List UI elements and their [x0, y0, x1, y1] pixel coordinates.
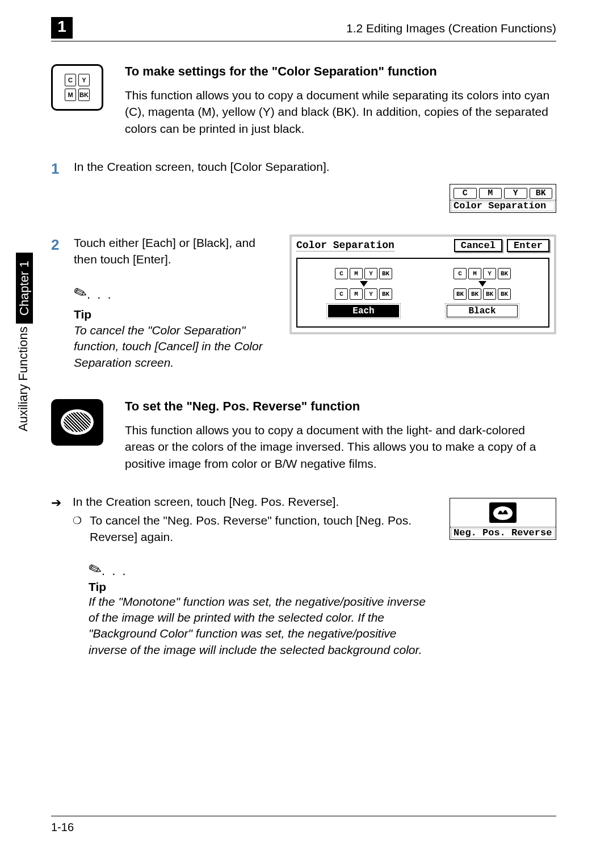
arrow-right-icon: ➔ [51, 493, 64, 512]
icon-cell-m: M [65, 89, 76, 101]
panel-cell: M [350, 268, 363, 279]
down-arrow-icon [360, 281, 368, 287]
panel-title: Color Separation [296, 240, 394, 251]
side-chapter-label: Chapter 1 [16, 253, 33, 324]
icon-cell-bk: BK [78, 89, 90, 101]
circle-bullet-icon: ❍ [73, 512, 82, 528]
illus-label: Color Separation [450, 200, 556, 212]
page-number: 1-16 [51, 821, 74, 833]
chapter-number-tab: 1 [51, 17, 73, 39]
panel-cell: C [454, 268, 467, 279]
page-footer: 1-16 [51, 816, 556, 834]
tip-heading: Tip [89, 580, 438, 594]
icon-cell-y: Y [78, 74, 90, 86]
step-number: 2 [51, 234, 64, 255]
pencil-icon: ✎ [70, 281, 90, 307]
panel-cell: BK [498, 268, 511, 279]
tip-text: If the "Monotone" function was set, the … [89, 594, 438, 658]
panel-cell: BK [379, 268, 392, 279]
panel-cell: M [468, 268, 481, 279]
panel-cell: C [335, 288, 348, 300]
illus-cell: BK [530, 188, 553, 199]
step1-text: In the Creation screen, touch [Color Sep… [74, 158, 330, 175]
tip-dots [87, 288, 113, 301]
down-arrow-icon [478, 281, 486, 287]
plant-reverse-icon [450, 498, 556, 527]
step-number: 1 [51, 158, 64, 179]
tip-text: To cancel the "Color Separation" functio… [74, 322, 277, 371]
panel-cell: BK [498, 288, 511, 300]
section1-para: This function allows you to copy a docum… [125, 87, 556, 137]
illus-cell: Y [504, 188, 527, 199]
section2-heading: To set the "Neg. Pos. Reverse" function [125, 399, 556, 414]
color-separation-panel: Color Separation Cancel Enter C M Y BK [289, 234, 556, 334]
neg-pos-small-illus: Neg. Pos. Reverse [450, 498, 556, 540]
cancel-button[interactable]: Cancel [454, 239, 502, 252]
panel-cell: M [350, 288, 363, 300]
illus-cell: C [454, 188, 477, 199]
section-neg-pos-reverse: To set the "Neg. Pos. Reverse" function … [51, 399, 556, 472]
section1-heading: To make settings for the "Color Separati… [125, 64, 556, 79]
panel-cell: BK [468, 288, 481, 300]
panel-cell: BK [379, 288, 392, 300]
step2-text: Touch either [Each] or [Black], and then… [74, 234, 277, 268]
side-functions-label: Auxiliary Functions [16, 326, 31, 431]
page-header: 1 1.2 Editing Images (Creation Functions… [51, 17, 556, 41]
black-option-label[interactable]: Black [447, 305, 518, 317]
tip-heading: Tip [74, 306, 277, 322]
illus-cell: M [479, 188, 502, 199]
section-color-separation: C Y M BK To make settings for the "Color… [51, 64, 556, 137]
panel-cell: Y [483, 268, 496, 279]
sub-bullet-text: To cancel the "Neg. Pos. Reverse" functi… [90, 512, 438, 546]
panel-cell: BK [454, 288, 467, 300]
tip-dots [102, 567, 128, 577]
breadcrumb: 1.2 Editing Images (Creation Functions) [346, 22, 556, 35]
icon-cell-c: C [65, 74, 76, 86]
illus-label: Neg. Pos. Reverse [450, 527, 556, 539]
section2-para: This function allows you to copy a docum… [125, 422, 556, 472]
option-black[interactable]: C M Y BK BK BK BK BK Black [447, 268, 518, 317]
color-separation-icon: C Y M BK [51, 64, 103, 111]
panel-cell: BK [483, 288, 496, 300]
panel-cell: C [335, 268, 348, 279]
neg-pos-reverse-icon [51, 399, 103, 446]
enter-button[interactable]: Enter [507, 239, 549, 252]
panel-cell: Y [364, 268, 377, 279]
bullet-text: In the Creation screen, touch [Neg. Pos.… [73, 493, 339, 510]
option-each[interactable]: C M Y BK C M Y BK Each [328, 268, 399, 317]
panel-cell: Y [364, 288, 377, 300]
color-separation-small-illus: C M Y BK Color Separation [450, 184, 556, 213]
each-option-label[interactable]: Each [328, 305, 399, 317]
pencil-icon: ✎ [86, 559, 104, 581]
